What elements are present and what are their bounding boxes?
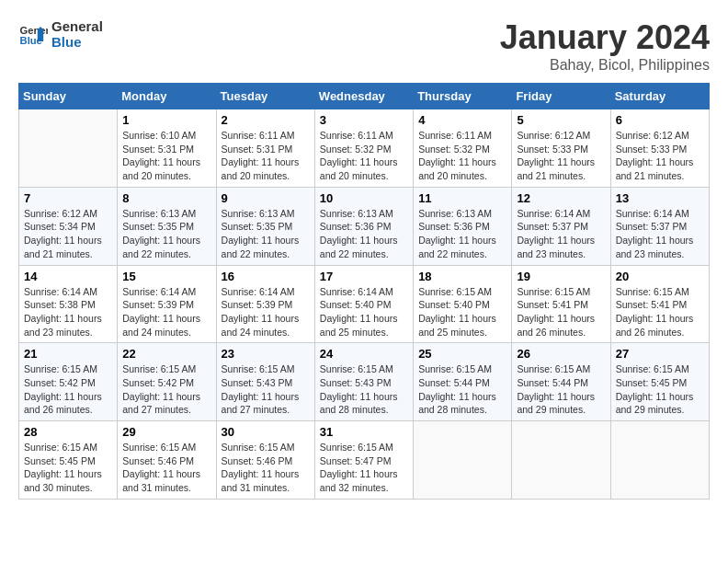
day-info: Sunrise: 6:15 AMSunset: 5:46 PMDaylight:… (222, 441, 310, 495)
day-info: Sunrise: 6:13 AMSunset: 5:35 PMDaylight:… (222, 207, 310, 261)
day-number: 11 (418, 191, 506, 205)
day-number: 4 (418, 113, 506, 127)
header-row: SundayMondayTuesdayWednesdayThursdayFrid… (19, 84, 710, 109)
day-number: 9 (222, 191, 310, 205)
day-info: Sunrise: 6:14 AMSunset: 5:37 PMDaylight:… (616, 207, 704, 261)
day-number: 14 (24, 270, 112, 283)
day-number: 13 (616, 191, 704, 205)
calendar-cell: 29Sunrise: 6:15 AMSunset: 5:46 PMDayligh… (118, 421, 216, 500)
calendar-cell: 7Sunrise: 6:12 AMSunset: 5:34 PMDaylight… (19, 187, 118, 265)
column-header-tuesday: Tuesday (216, 84, 314, 109)
day-number: 29 (122, 425, 210, 439)
day-info: Sunrise: 6:14 AMSunset: 5:39 PMDaylight:… (222, 285, 310, 339)
day-number: 24 (320, 347, 408, 361)
calendar-cell: 27Sunrise: 6:15 AMSunset: 5:45 PMDayligh… (610, 343, 709, 421)
day-info: Sunrise: 6:15 AMSunset: 5:45 PMDaylight:… (616, 362, 704, 417)
column-header-sunday: Sunday (19, 84, 118, 109)
day-number: 19 (517, 270, 605, 283)
calendar-cell: 22Sunrise: 6:15 AMSunset: 5:42 PMDayligh… (118, 343, 216, 421)
day-info: Sunrise: 6:11 AMSunset: 5:32 PMDaylight:… (320, 129, 408, 183)
day-number: 17 (320, 270, 408, 283)
day-info: Sunrise: 6:15 AMSunset: 5:45 PMDaylight:… (24, 441, 112, 495)
day-info: Sunrise: 6:15 AMSunset: 5:46 PMDaylight:… (122, 441, 210, 495)
title-block: January 2024 Bahay, Bicol, Philippines (500, 18, 710, 74)
svg-text:General: General (20, 25, 48, 36)
calendar-cell (414, 421, 512, 500)
day-info: Sunrise: 6:14 AMSunset: 5:39 PMDaylight:… (122, 285, 210, 339)
calendar-cell: 18Sunrise: 6:15 AMSunset: 5:40 PMDayligh… (414, 265, 512, 343)
calendar-cell: 14Sunrise: 6:14 AMSunset: 5:38 PMDayligh… (19, 265, 118, 343)
day-info: Sunrise: 6:11 AMSunset: 5:32 PMDaylight:… (418, 129, 506, 183)
calendar-cell: 26Sunrise: 6:15 AMSunset: 5:44 PMDayligh… (512, 343, 610, 421)
day-number: 10 (320, 191, 408, 205)
calendar-cell: 10Sunrise: 6:13 AMSunset: 5:36 PMDayligh… (314, 187, 413, 265)
day-info: Sunrise: 6:14 AMSunset: 5:40 PMDaylight:… (320, 285, 408, 339)
day-info: Sunrise: 6:15 AMSunset: 5:40 PMDaylight:… (418, 285, 506, 339)
day-info: Sunrise: 6:15 AMSunset: 5:41 PMDaylight:… (616, 285, 704, 339)
day-number: 5 (517, 113, 605, 127)
logo-icon: General Blue (18, 19, 48, 49)
day-info: Sunrise: 6:12 AMSunset: 5:33 PMDaylight:… (517, 129, 605, 183)
week-row-2: 7Sunrise: 6:12 AMSunset: 5:34 PMDaylight… (19, 187, 710, 265)
column-header-wednesday: Wednesday (314, 84, 413, 109)
day-info: Sunrise: 6:11 AMSunset: 5:31 PMDaylight:… (222, 129, 310, 183)
day-number: 3 (320, 113, 408, 127)
day-info: Sunrise: 6:15 AMSunset: 5:44 PMDaylight:… (517, 362, 605, 417)
calendar-cell: 5Sunrise: 6:12 AMSunset: 5:33 PMDaylight… (512, 109, 610, 188)
calendar-cell: 8Sunrise: 6:13 AMSunset: 5:35 PMDaylight… (118, 187, 216, 265)
logo-blue: Blue (51, 34, 103, 50)
day-info: Sunrise: 6:15 AMSunset: 5:43 PMDaylight:… (320, 362, 408, 417)
calendar-cell: 11Sunrise: 6:13 AMSunset: 5:36 PMDayligh… (414, 187, 512, 265)
day-number: 26 (517, 347, 605, 361)
calendar-cell: 19Sunrise: 6:15 AMSunset: 5:41 PMDayligh… (512, 265, 610, 343)
calendar-subtitle: Bahay, Bicol, Philippines (500, 57, 710, 74)
calendar-cell: 13Sunrise: 6:14 AMSunset: 5:37 PMDayligh… (610, 187, 709, 265)
calendar-title: January 2024 (500, 18, 710, 57)
calendar-cell: 3Sunrise: 6:11 AMSunset: 5:32 PMDaylight… (314, 109, 413, 188)
day-number: 6 (616, 113, 704, 127)
calendar-cell: 17Sunrise: 6:14 AMSunset: 5:40 PMDayligh… (314, 265, 413, 343)
calendar-cell: 24Sunrise: 6:15 AMSunset: 5:43 PMDayligh… (314, 343, 413, 421)
day-info: Sunrise: 6:15 AMSunset: 5:41 PMDaylight:… (517, 285, 605, 339)
day-info: Sunrise: 6:13 AMSunset: 5:36 PMDaylight:… (418, 207, 506, 261)
day-info: Sunrise: 6:12 AMSunset: 5:33 PMDaylight:… (616, 129, 704, 183)
calendar-cell: 4Sunrise: 6:11 AMSunset: 5:32 PMDaylight… (414, 109, 512, 188)
calendar-cell: 28Sunrise: 6:15 AMSunset: 5:45 PMDayligh… (19, 421, 118, 500)
page-header: General Blue General Blue January 2024 B… (18, 18, 710, 74)
day-number: 7 (24, 191, 112, 205)
calendar-cell: 23Sunrise: 6:15 AMSunset: 5:43 PMDayligh… (216, 343, 314, 421)
calendar-cell: 16Sunrise: 6:14 AMSunset: 5:39 PMDayligh… (216, 265, 314, 343)
day-number: 15 (122, 270, 210, 283)
day-info: Sunrise: 6:13 AMSunset: 5:36 PMDaylight:… (320, 207, 408, 261)
day-number: 21 (24, 347, 112, 361)
calendar-cell (19, 109, 118, 188)
logo: General Blue General Blue (18, 18, 103, 50)
column-header-friday: Friday (512, 84, 610, 109)
day-info: Sunrise: 6:15 AMSunset: 5:43 PMDaylight:… (222, 362, 310, 417)
week-row-5: 28Sunrise: 6:15 AMSunset: 5:45 PMDayligh… (19, 421, 710, 500)
calendar-cell: 2Sunrise: 6:11 AMSunset: 5:31 PMDaylight… (216, 109, 314, 188)
day-info: Sunrise: 6:13 AMSunset: 5:35 PMDaylight:… (122, 207, 210, 261)
calendar-table: SundayMondayTuesdayWednesdayThursdayFrid… (18, 83, 710, 500)
day-info: Sunrise: 6:14 AMSunset: 5:38 PMDaylight:… (24, 285, 112, 339)
calendar-cell: 9Sunrise: 6:13 AMSunset: 5:35 PMDaylight… (216, 187, 314, 265)
day-info: Sunrise: 6:12 AMSunset: 5:34 PMDaylight:… (24, 207, 112, 261)
calendar-cell: 25Sunrise: 6:15 AMSunset: 5:44 PMDayligh… (414, 343, 512, 421)
calendar-cell: 30Sunrise: 6:15 AMSunset: 5:46 PMDayligh… (216, 421, 314, 500)
day-number: 25 (418, 347, 506, 361)
calendar-cell: 20Sunrise: 6:15 AMSunset: 5:41 PMDayligh… (610, 265, 709, 343)
calendar-cell (610, 421, 709, 500)
day-number: 12 (517, 191, 605, 205)
day-number: 28 (24, 425, 112, 439)
calendar-cell: 21Sunrise: 6:15 AMSunset: 5:42 PMDayligh… (19, 343, 118, 421)
day-number: 20 (616, 270, 704, 283)
day-number: 30 (222, 425, 310, 439)
day-number: 16 (222, 270, 310, 283)
calendar-cell: 12Sunrise: 6:14 AMSunset: 5:37 PMDayligh… (512, 187, 610, 265)
calendar-cell: 1Sunrise: 6:10 AMSunset: 5:31 PMDaylight… (118, 109, 216, 188)
day-number: 2 (222, 113, 310, 127)
day-info: Sunrise: 6:15 AMSunset: 5:42 PMDaylight:… (122, 362, 210, 417)
day-number: 22 (122, 347, 210, 361)
calendar-cell: 31Sunrise: 6:15 AMSunset: 5:47 PMDayligh… (314, 421, 413, 500)
day-info: Sunrise: 6:15 AMSunset: 5:42 PMDaylight:… (24, 362, 112, 417)
